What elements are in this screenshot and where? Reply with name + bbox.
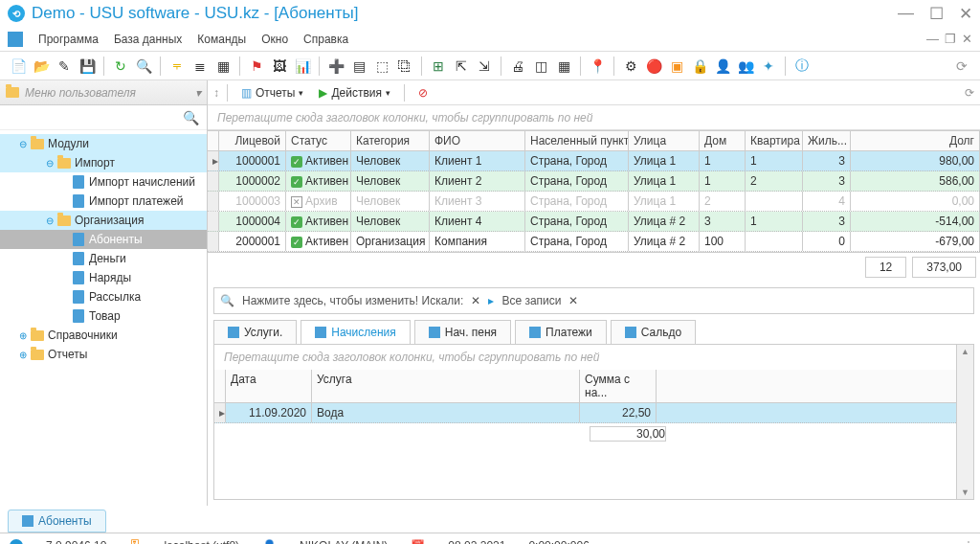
dcol-date[interactable]: Дата <box>226 370 312 402</box>
tree-organization[interactable]: ⊖Организация <box>0 211 207 230</box>
page-icon <box>73 271 84 284</box>
user-menu-title: Меню пользователя <box>25 86 136 100</box>
tool-add-icon[interactable]: ➕ <box>325 56 346 77</box>
tree-orders[interactable]: Наряды <box>0 268 207 287</box>
maximize-button[interactable]: ☐ <box>929 4 944 24</box>
dcol-sum[interactable]: Сумма с на... <box>580 370 657 402</box>
calendar-icon: 📅 <box>411 539 425 545</box>
col-fio[interactable]: ФИО <box>430 131 525 150</box>
tool-print-icon[interactable]: 🖨 <box>507 56 528 77</box>
tool-export-icon[interactable]: ⇱ <box>451 56 472 77</box>
tab-icon <box>228 327 239 338</box>
col-debt[interactable]: Долг <box>851 131 980 150</box>
dcol-service[interactable]: Услуга <box>312 370 580 402</box>
col-account[interactable]: Лицевой <box>219 131 286 150</box>
group-hint: Перетащите сюда заголовок колонки, чтобы… <box>208 105 980 130</box>
page-icon <box>73 175 84 189</box>
col-street[interactable]: Улица <box>629 131 700 150</box>
tool-layout-icon[interactable]: ▤ <box>348 56 369 77</box>
actions-button[interactable]: ▶Действия▾ <box>313 84 396 102</box>
tree-search[interactable]: 🔍 <box>0 105 207 130</box>
resize-grip-icon[interactable]: ⋰ <box>959 539 970 545</box>
table-row[interactable]: 1000004✓АктивенЧеловекКлиент 4Страна, Го… <box>208 212 980 232</box>
mdi-close-button[interactable]: ✕ <box>962 32 972 46</box>
grid-search-bar[interactable]: 🔍 Нажмите здесь, чтобы изменить! Искали:… <box>213 287 974 314</box>
tab-services[interactable]: Услуги. <box>213 320 297 344</box>
col-status[interactable]: Статус <box>286 131 351 150</box>
tool-preview-icon[interactable]: ▦ <box>553 56 574 77</box>
search-icon: 🔍 <box>220 294 234 307</box>
tool-sort-icon[interactable]: ≣ <box>189 56 211 77</box>
tool-refresh-icon[interactable]: ↻ <box>110 56 131 77</box>
tree-import-charges[interactable]: Импорт начислений <box>0 172 207 192</box>
tree-import[interactable]: ⊖Импорт <box>0 153 207 172</box>
table-row[interactable]: 2000001✓АктивенОрганизацияКомпанияСтрана… <box>208 232 980 252</box>
mdi-minimize-button[interactable]: — <box>926 32 939 46</box>
tool-group-icon[interactable]: ▦ <box>212 56 234 77</box>
tab-charges[interactable]: Начисления <box>301 320 411 344</box>
col-residents[interactable]: Жиль... <box>803 131 851 150</box>
tool-window-icon[interactable]: ⬚ <box>371 56 392 77</box>
tool-search-icon[interactable]: 🔍 <box>133 56 154 77</box>
col-category[interactable]: Категория <box>351 131 430 150</box>
menu-help[interactable]: Справка <box>296 29 356 50</box>
main-grid: Лицевой Статус Категория ФИО Населенный … <box>208 130 980 253</box>
tool-gear-icon[interactable]: ⚙ <box>620 56 641 77</box>
mdi-restore-button[interactable]: ❐ <box>945 32 956 46</box>
tool-user-icon[interactable]: 👤 <box>712 56 733 77</box>
tool-save-icon[interactable]: 💾 <box>77 56 98 77</box>
detail-row[interactable]: ▸ 11.09.2020 Вода 22,50 <box>214 403 956 423</box>
close-button[interactable]: ✕ <box>959 4 972 24</box>
tab-balance[interactable]: Сальдо <box>611 320 696 344</box>
tree-subscribers[interactable]: Абоненты <box>0 230 207 249</box>
col-flat[interactable]: Квартира <box>746 131 803 150</box>
table-row[interactable]: 1000002✓АктивенЧеловекКлиент 2Страна, Го… <box>208 171 980 192</box>
tool-edit-icon[interactable]: ✎ <box>54 56 75 77</box>
tree-goods[interactable]: Товар <box>0 306 207 326</box>
tab-penalty[interactable]: Нач. пеня <box>414 320 511 344</box>
menu-window[interactable]: Окно <box>254 29 296 50</box>
col-city[interactable]: Населенный пункт <box>525 131 629 150</box>
tool-filter-icon[interactable]: ⫧ <box>167 56 188 77</box>
tool-clean-icon[interactable]: ✦ <box>758 56 779 77</box>
tool-users-icon[interactable]: 👥 <box>735 56 756 77</box>
menu-commands[interactable]: Команды <box>189 29 254 50</box>
tool-overflow-icon[interactable]: ⟳ <box>951 56 972 77</box>
window-tab-subscribers[interactable]: Абоненты <box>8 510 106 533</box>
table-row[interactable]: 1000003✕АрхивЧеловекКлиент 3Страна, Горо… <box>208 192 980 212</box>
detail-scrollbar[interactable]: ▲▼ <box>956 345 973 499</box>
col-house[interactable]: Дом <box>700 131 746 150</box>
menu-database[interactable]: База данных <box>106 29 189 50</box>
tool-palette-icon[interactable]: 🔴 <box>643 56 664 77</box>
tool-flag-icon[interactable]: ⚑ <box>246 56 267 77</box>
reports-button[interactable]: ▥Отчеты▾ <box>235 84 309 102</box>
tool-rss-icon[interactable]: ▣ <box>666 56 687 77</box>
table-row[interactable]: ▸1000001✓АктивенЧеловекКлиент 1Страна, Г… <box>208 151 980 171</box>
tool-import-icon[interactable]: ⇲ <box>474 56 495 77</box>
tool-excel-icon[interactable]: ⊞ <box>428 56 449 77</box>
content-area: ↕ ▥Отчеты▾ ▶Действия▾ ⊘ ⟳ Перетащите сюд… <box>208 80 980 506</box>
tool-chart-icon[interactable]: 📊 <box>292 56 313 77</box>
detail-group-hint: Перетащите сюда заголовок колонки, чтобы… <box>214 345 956 370</box>
tree-reports[interactable]: ⊕Отчеты <box>0 345 207 364</box>
tree-money[interactable]: Деньги <box>0 249 207 268</box>
tool-new-icon[interactable]: 📄 <box>8 56 29 77</box>
tab-payments[interactable]: Платежи <box>515 320 607 344</box>
tool-lock-icon[interactable]: 🔒 <box>689 56 710 77</box>
tree-import-payments[interactable]: Импорт платежей <box>0 192 207 211</box>
tree-refs[interactable]: ⊕Справочники <box>0 326 207 345</box>
tool-copy-icon[interactable]: ⿻ <box>394 56 415 77</box>
tree-mailing[interactable]: Рассылка <box>0 287 207 306</box>
tool-info-icon[interactable]: ⓘ <box>791 56 813 77</box>
tool-image-icon[interactable]: 🖼 <box>269 56 290 77</box>
minimize-button[interactable]: — <box>898 4 914 24</box>
clear-search-icon[interactable]: ✕ <box>471 294 480 307</box>
tree-modules[interactable]: ⊖Модули <box>0 134 207 153</box>
stop-button[interactable]: ⊘ <box>412 84 434 102</box>
tool-designer-icon[interactable]: ◫ <box>530 56 551 77</box>
clear-filter-icon[interactable]: ✕ <box>568 294 578 307</box>
menu-program[interactable]: Программа <box>31 29 106 50</box>
user-menu-header[interactable]: Меню пользователя ▾ <box>0 80 207 105</box>
tool-open-icon[interactable]: 📂 <box>31 56 52 77</box>
tool-pin-icon[interactable]: 📍 <box>587 56 608 77</box>
